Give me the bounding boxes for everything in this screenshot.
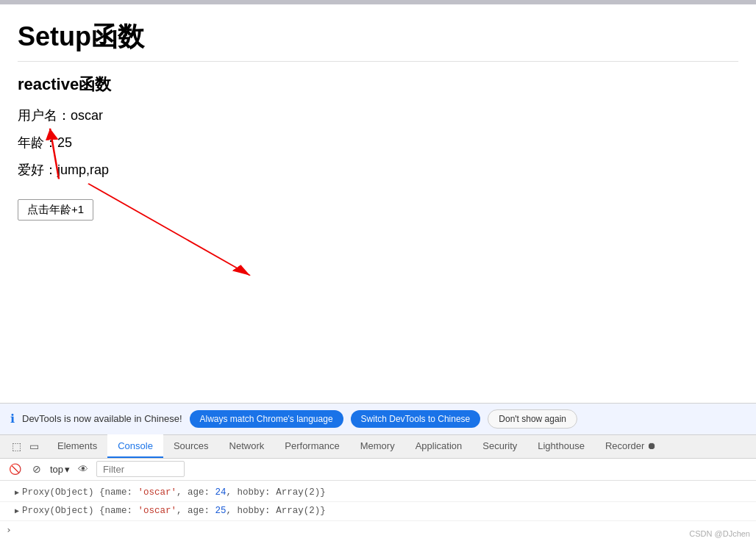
name-val-1: 'oscar' bbox=[138, 486, 177, 500]
tab-elements[interactable]: Elements bbox=[47, 434, 107, 458]
page-title: Setup函数 bbox=[18, 19, 738, 62]
tab-network[interactable]: Network bbox=[219, 434, 275, 458]
filter-icon[interactable]: ⊘ bbox=[28, 460, 46, 478]
device-icon[interactable]: ▭ bbox=[25, 437, 43, 455]
console-output: ▶ Proxy(Object) {name: 'oscar', age: 24,… bbox=[0, 481, 756, 542]
tab-application[interactable]: Application bbox=[405, 434, 473, 458]
username-label: 用户名： bbox=[18, 108, 71, 123]
expand-icon-2[interactable]: ▶ bbox=[15, 506, 19, 517]
hobby-val-1: Array(2) bbox=[276, 486, 320, 500]
tab-sources[interactable]: Sources bbox=[163, 434, 219, 458]
clear-console-icon[interactable]: 🚫 bbox=[6, 460, 24, 478]
expand-icon-1[interactable]: ▶ bbox=[15, 487, 19, 498]
tab-performance[interactable]: Performance bbox=[274, 434, 349, 458]
info-icon: ℹ bbox=[10, 412, 15, 426]
always-match-language-button[interactable]: Always match Chrome's language bbox=[190, 410, 343, 428]
dropdown-arrow-icon: ▾ bbox=[65, 464, 70, 475]
top-label: top bbox=[50, 464, 63, 475]
hobby-label-1: , hobby: bbox=[227, 486, 277, 500]
console-line-1: ▶ Proxy(Object) {name: 'oscar', age: 24,… bbox=[0, 484, 756, 503]
age-label-2: , age: bbox=[176, 504, 215, 518]
proxy-label-1: Proxy(Object) {name: bbox=[22, 486, 138, 500]
age-val-2: 25 bbox=[215, 504, 227, 518]
username-value: oscar bbox=[71, 108, 103, 123]
log-level-select[interactable]: top ▾ bbox=[50, 464, 70, 475]
main-content: Setup函数 reactive函数 用户名：oscar 年龄：25 爱好：ju… bbox=[0, 4, 756, 343]
hobby-label: 爱好： bbox=[18, 162, 57, 177]
username-row: 用户名：oscar bbox=[18, 106, 738, 126]
age-value: 25 bbox=[57, 135, 72, 150]
console-toolbar: 🚫 ⊘ top ▾ 👁 bbox=[0, 459, 756, 481]
inspect-icon[interactable]: ⬚ bbox=[7, 437, 25, 455]
console-cursor-line: › bbox=[0, 521, 756, 538]
age-val-1: 24 bbox=[215, 486, 227, 500]
age-row: 年龄：25 bbox=[18, 133, 738, 153]
tab-memory[interactable]: Memory bbox=[350, 434, 405, 458]
devtools-panel: ℹ DevTools is now available in Chinese! … bbox=[0, 403, 756, 542]
age-label: 年龄： bbox=[18, 135, 57, 150]
hobby-label-2: , hobby: bbox=[227, 504, 277, 518]
name-val-2: 'oscar' bbox=[138, 504, 177, 518]
svg-line-2 bbox=[88, 184, 250, 276]
hobby-value: jump,rap bbox=[57, 162, 109, 177]
console-line-2: ▶ Proxy(Object) {name: 'oscar', age: 25,… bbox=[0, 502, 756, 521]
hobby-row: 爱好：jump,rap bbox=[18, 160, 738, 180]
tab-security[interactable]: Security bbox=[472, 434, 527, 458]
dont-show-again-button[interactable]: Don't show again bbox=[488, 409, 577, 429]
eye-icon[interactable]: 👁 bbox=[74, 460, 92, 478]
section-title: reactive函数 bbox=[18, 74, 738, 96]
devtools-tabs: ⬚ ▭ Elements Console Sources Network Per… bbox=[0, 435, 756, 459]
tab-console[interactable]: Console bbox=[107, 434, 163, 458]
tab-lighthouse[interactable]: Lighthouse bbox=[527, 434, 595, 458]
watermark: CSDN @DJchen bbox=[689, 529, 750, 538]
proxy-label-2: Proxy(Object) {name: bbox=[22, 504, 138, 518]
increment-age-button[interactable]: 点击年龄+1 bbox=[18, 199, 93, 221]
close-brace-2: } bbox=[320, 504, 326, 518]
cursor-arrow: › bbox=[6, 524, 12, 535]
devtools-notification: ℹ DevTools is now available in Chinese! … bbox=[0, 404, 756, 435]
tab-icon-area: ⬚ ▭ bbox=[3, 437, 47, 455]
notification-text: DevTools is now available in Chinese! bbox=[22, 413, 182, 424]
tab-recorder[interactable]: Recorder ⏺ bbox=[595, 434, 667, 458]
switch-to-chinese-button[interactable]: Switch DevTools to Chinese bbox=[351, 410, 481, 428]
console-filter-input[interactable] bbox=[96, 461, 185, 477]
age-label-1: , age: bbox=[176, 486, 215, 500]
close-brace-1: } bbox=[320, 486, 326, 500]
hobby-val-2: Array(2) bbox=[276, 504, 320, 518]
